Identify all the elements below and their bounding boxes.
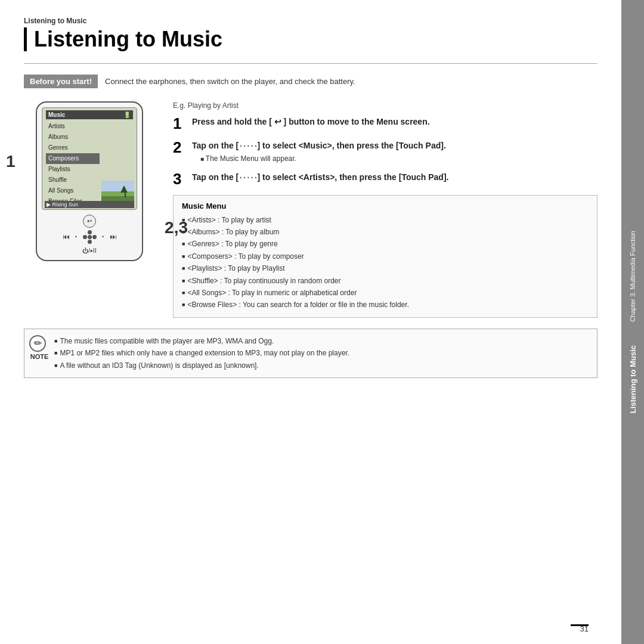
device-controls: ↩ ⏮ • xyxy=(42,215,137,254)
dot-bm xyxy=(88,240,92,244)
music-menu-box: Music Menu <Artists> : To play by artist… xyxy=(173,195,597,318)
touchpad-dots[interactable] xyxy=(83,230,97,244)
device-illustration: 1 Music 🔋 Artists Albums Genres Composer… xyxy=(24,101,155,261)
step-3: 3 Tap on the [·····] to select <Artists>… xyxy=(173,171,597,187)
step-1: 1 Press and hold the [ ↩ ] button to mov… xyxy=(173,116,597,131)
music-menu-item-1: <Albums> : To play by album xyxy=(182,226,589,238)
screen-menu: Artists Albums Genres Composers Playlist… xyxy=(46,121,100,207)
screen-title: Music xyxy=(48,112,65,118)
eg-text: E.g. Playing by Artist xyxy=(173,101,597,110)
back-button[interactable]: ↩ xyxy=(83,215,96,228)
note-item-0: The music files compatible with the play… xyxy=(54,335,589,347)
right-sidebar: Chapter 3. Multimedia Function Listening… xyxy=(621,0,644,644)
menu-item-albums: Albums xyxy=(46,132,100,143)
vol-down: • xyxy=(100,234,106,240)
step-label-23: 2,3 xyxy=(165,218,188,237)
rewind-icon[interactable]: ⏮ xyxy=(63,233,70,241)
dot-mm xyxy=(88,235,92,239)
step-3-number: 3 xyxy=(173,171,186,187)
touch-dots-icon-2: ····· xyxy=(239,141,257,151)
menu-item-genres: Genres xyxy=(46,143,100,153)
music-menu-title: Music Menu xyxy=(182,202,589,210)
music-menu-item-2: <Genres> : To play by genre xyxy=(182,238,589,250)
divider xyxy=(24,63,597,64)
battery-icon: 🔋 xyxy=(123,112,131,118)
step-2-content: Tap on the [·····] to select <Music>, th… xyxy=(192,140,446,163)
step-3-content: Tap on the [·····] to select <Artists>, … xyxy=(192,171,448,184)
dot-bl xyxy=(83,240,87,244)
note-icon-area: ✏ NOTE xyxy=(29,335,49,360)
menu-item-shuffle: Shuffle xyxy=(46,175,100,185)
dot-tl xyxy=(83,230,87,234)
main-content: Listening to Music Listening to Music Be… xyxy=(0,0,621,644)
dot-tm xyxy=(88,230,92,234)
breadcrumb: Listening to Music xyxy=(24,17,597,25)
music-menu-item-5: <Shuffle> : To play continuously in rand… xyxy=(182,275,589,287)
dot-tr xyxy=(92,230,97,234)
svg-rect-2 xyxy=(101,191,134,196)
vol-up: • xyxy=(73,234,79,240)
step-2-number: 2 xyxy=(173,140,186,155)
step-1-text: Press and hold the [ ↩ ] button to move … xyxy=(192,116,430,128)
menu-item-artists: Artists xyxy=(46,121,100,132)
menu-item-playlists: Playlists xyxy=(46,164,100,175)
forward-icon[interactable]: ⏭ xyxy=(110,233,117,241)
note-label: NOTE xyxy=(29,353,49,360)
touch-dots-icon-3: ····· xyxy=(239,172,257,183)
back-icon: ↩ xyxy=(87,218,92,224)
step-1-content: Press and hold the [ ↩ ] button to move … xyxy=(192,116,430,128)
device-screen: Music 🔋 Artists Albums Genres Composers … xyxy=(42,107,137,210)
instructions: E.g. Playing by Artist 1 Press and hold … xyxy=(173,101,597,318)
step-2: 2 Tap on the [·····] to select <Music>, … xyxy=(173,140,597,163)
chapter-label: Chapter 3. Multimedia Function xyxy=(629,231,636,322)
music-menu-item-6: <All Songs> : To play in numeric or alph… xyxy=(182,287,589,299)
power-play-button[interactable]: ⏻/▶II xyxy=(82,247,96,254)
step-1-number: 1 xyxy=(173,116,186,131)
dot-br xyxy=(92,240,97,244)
dot-mr xyxy=(92,235,97,239)
section-label: Listening to Music xyxy=(628,345,637,413)
control-row: ⏮ • xyxy=(63,230,117,244)
menu-item-allsongs: All Songs xyxy=(46,185,100,196)
before-start-text: Connect the earphones, then switch on th… xyxy=(105,77,355,86)
music-menu-item-4: <Playlists> : To play by Playlist xyxy=(182,262,589,274)
screen-header: Music 🔋 xyxy=(46,110,133,119)
music-menu-item-3: <Composers> : To play by composer xyxy=(182,250,589,262)
note-item-1: MP1 or MP2 files which only have a chang… xyxy=(54,347,589,359)
step-2-text: Tap on the [·····] to select <Music>, th… xyxy=(192,140,446,152)
menu-item-composers: Composers xyxy=(46,153,100,164)
step-label-1: 1 xyxy=(6,152,16,171)
before-start-label: Before you start! xyxy=(24,75,98,88)
now-playing-bar: ▶ Rising Sun xyxy=(45,201,134,208)
music-menu-item-0: <Artists> : To play by artist xyxy=(182,214,589,226)
svg-rect-4 xyxy=(125,193,126,197)
dot-ml xyxy=(83,235,87,239)
page-title: Listening to Music xyxy=(24,27,597,51)
note-item-2: A file without an ID3 Tag (Unknown) is d… xyxy=(54,360,589,371)
step-3-text: Tap on the [·····] to select <Artists>, … xyxy=(192,171,448,184)
step-2-note: The Music Menu will appear. xyxy=(192,154,446,163)
back-bracket-icon: ↩ xyxy=(272,117,284,126)
device-body: Music 🔋 Artists Albums Genres Composers … xyxy=(36,101,143,261)
page-number: 31 xyxy=(580,624,589,633)
content-area: 1 Music 🔋 Artists Albums Genres Composer… xyxy=(24,101,597,318)
note-section: ✏ NOTE The music files compatible with t… xyxy=(24,329,597,378)
before-start-bar: Before you start! Connect the earphones,… xyxy=(24,75,597,88)
music-menu-item-7: <Browse Files> : You can search for a fo… xyxy=(182,299,589,311)
pencil-icon: ✏ xyxy=(29,335,46,352)
